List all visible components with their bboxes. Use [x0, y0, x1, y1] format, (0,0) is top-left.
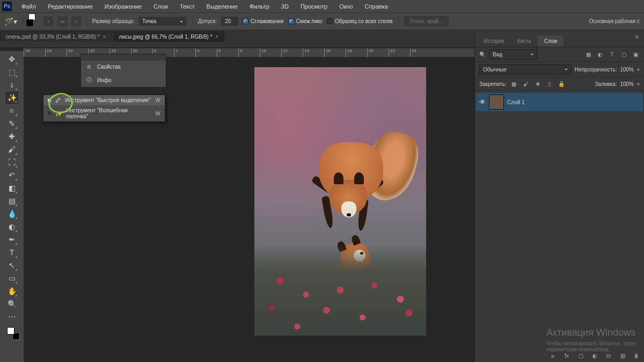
menu-3d[interactable]: 3D: [276, 2, 294, 11]
option-btn-3[interactable]: ▫: [71, 17, 81, 26]
marquee-tool[interactable]: ⬚: [6, 66, 18, 78]
menubar: Ps Файл Редактирование Изображение Слои …: [0, 0, 644, 12]
fill-value[interactable]: 100%: [620, 81, 634, 87]
document-canvas[interactable]: [254, 67, 426, 336]
panel-tab-brush[interactable]: Кисть: [511, 35, 538, 47]
properties-tab[interactable]: ⛭Свойства: [81, 61, 166, 73]
lock-transparency-icon[interactable]: ▦: [510, 79, 518, 88]
lasso-tool[interactable]: ⫰: [6, 79, 18, 91]
fill-label: Заливка:: [595, 81, 617, 87]
delete-layer-icon[interactable]: 🗑: [632, 351, 641, 360]
lock-pixels-icon[interactable]: 🖌: [522, 79, 530, 88]
pen-tool[interactable]: ✒: [6, 234, 18, 245]
filter-smart-icon[interactable]: ▣: [631, 50, 640, 59]
menu-file[interactable]: Файл: [16, 2, 41, 11]
link-layers-icon[interactable]: ⌀: [548, 351, 557, 360]
menu-window[interactable]: Окно: [334, 2, 358, 11]
crop-tool[interactable]: ⌗: [6, 105, 18, 117]
option-btn-1[interactable]: ▫: [43, 17, 53, 26]
opacity-value[interactable]: 100%: [620, 67, 634, 73]
type-tool[interactable]: T: [6, 247, 18, 258]
hand-tool[interactable]: ✋: [6, 285, 18, 297]
windows-activation-watermark: Активация Windows Чтобы активировать Win…: [546, 327, 635, 352]
doc-tab-1[interactable]: олень.psd @ 33,3% (Слой 1, RGB/8) *×: [0, 31, 112, 42]
layer-group-icon[interactable]: 🗀: [604, 351, 613, 360]
right-panels: История Кисть Слои ≡ 🔍 Вид ▦ ◐ T ▢ ▣ Обы…: [474, 32, 644, 362]
history-brush-tool[interactable]: ↶: [6, 169, 18, 181]
lock-all-icon[interactable]: 🔒: [557, 79, 566, 88]
tool-preset-icon[interactable]: 🪄▾: [4, 17, 17, 26]
app-logo: Ps: [2, 2, 12, 11]
close-icon[interactable]: ×: [103, 34, 106, 40]
tolerance-input[interactable]: 20: [221, 17, 238, 26]
layer-mask-icon[interactable]: ▢: [576, 351, 585, 360]
menu-edit[interactable]: Редактирование: [42, 2, 98, 11]
panel-tab-layers[interactable]: Слои: [538, 35, 564, 47]
menu-select[interactable]: Выделение: [201, 2, 243, 11]
refine-edge-button[interactable]: Уточн. край...: [404, 16, 449, 26]
tolerance-label: Допуск:: [198, 18, 217, 24]
color-swatches[interactable]: [7, 327, 17, 337]
eraser-tool[interactable]: ◧: [6, 182, 18, 194]
magic-wand-tool[interactable]: ✨: [6, 92, 18, 104]
eyedropper-tool[interactable]: ✎: [6, 118, 18, 129]
lock-artboard-icon[interactable]: ▯: [545, 79, 554, 88]
workspace-label[interactable]: Основная рабочая с: [589, 18, 640, 24]
properties-panel[interactable]: ⛭Свойства ⓘИнфо: [80, 54, 166, 88]
adjustment-layer-icon[interactable]: ◐: [590, 351, 599, 360]
filter-type-icon[interactable]: T: [608, 50, 616, 59]
stamp-tool[interactable]: ⛶: [6, 156, 18, 168]
zoom-tool[interactable]: 🔍: [6, 298, 18, 310]
panel-tab-history[interactable]: История: [477, 35, 511, 47]
lock-position-icon[interactable]: ✥: [533, 79, 542, 88]
filter-adjust-icon[interactable]: ◐: [596, 50, 604, 59]
close-icon[interactable]: ×: [215, 34, 218, 40]
sample-all-layers-checkbox[interactable]: Образец со всех слоев: [327, 18, 392, 24]
layer-thumbnail[interactable]: [489, 95, 504, 110]
new-layer-icon[interactable]: ▤: [618, 351, 627, 360]
move-tool[interactable]: ✥: [6, 53, 18, 65]
options-bar: 🪄▾ ▫ ▭ ▫ Размер образца: Точка Допуск: 2…: [0, 12, 644, 30]
properties-icon: ⛭: [86, 64, 92, 70]
sample-size-select[interactable]: Точка: [138, 17, 187, 26]
gradient-tool[interactable]: ▤: [6, 195, 18, 207]
layer-row[interactable]: 👁 Слой 1: [476, 93, 643, 111]
anti-alias-checkbox[interactable]: Сглаживание: [243, 18, 284, 24]
layer-name[interactable]: Слой 1: [507, 99, 525, 105]
shape-tool[interactable]: ▭: [6, 272, 18, 284]
path-select-tool[interactable]: ↖: [6, 259, 18, 271]
menu-filter[interactable]: Фильтр: [244, 2, 275, 11]
blend-mode-select[interactable]: Обычные: [479, 64, 572, 75]
menu-view[interactable]: Просмотр: [295, 2, 333, 11]
info-tab[interactable]: ⓘИнфо: [81, 73, 166, 87]
layer-fx-icon[interactable]: fx: [562, 351, 571, 360]
healing-tool[interactable]: ✚: [6, 131, 18, 142]
menu-image[interactable]: Изображение: [99, 2, 147, 11]
menu-layers[interactable]: Слои: [148, 2, 173, 11]
lock-label: Закрепить:: [479, 81, 507, 87]
dodge-tool[interactable]: ◐: [6, 221, 18, 233]
filter-pixel-icon[interactable]: ▦: [584, 50, 592, 59]
edit-toolbar[interactable]: ⋯: [6, 311, 18, 323]
brush-tool[interactable]: 🖌: [6, 143, 18, 155]
panel-menu-icon[interactable]: ≡: [634, 35, 640, 39]
option-btn-2[interactable]: ▭: [57, 17, 67, 26]
doc-tab-2[interactable]: лисы.jpeg @ 66,7% (Слой 1, RGB/8) *×: [113, 31, 225, 42]
blur-tool[interactable]: 💧: [6, 208, 18, 220]
opacity-label: Непрозрачность:: [575, 67, 617, 73]
filter-shape-icon[interactable]: ▢: [619, 50, 628, 59]
layer-filter-select[interactable]: Вид: [489, 49, 537, 60]
toolbox: ✥ ⬚ ⫰ ✨ ⌗ ✎ ✚ 🖌 ⛶ ↶ ◧ ▤ 💧 ◐ ✒ T ↖ ▭ ✋ 🔍 …: [0, 51, 24, 362]
sample-size-label: Размер образца:: [92, 18, 134, 24]
contiguous-checkbox[interactable]: Смеж.пикс: [288, 18, 323, 24]
image-content: [297, 121, 410, 244]
menu-help[interactable]: Справка: [360, 2, 393, 11]
menu-text[interactable]: Текст: [174, 2, 200, 11]
visibility-icon[interactable]: 👁: [479, 98, 486, 106]
info-icon: ⓘ: [86, 76, 92, 84]
